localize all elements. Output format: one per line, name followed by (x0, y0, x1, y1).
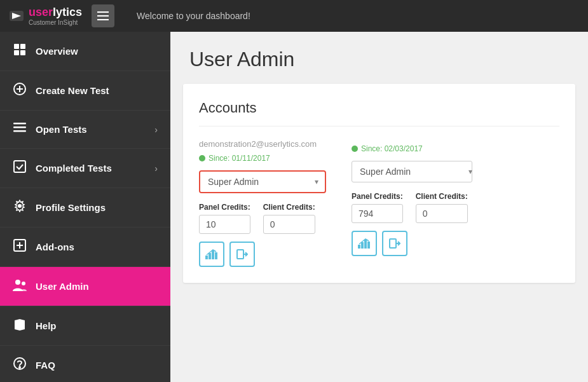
svg-rect-1 (14, 44, 19, 49)
help-icon (13, 318, 27, 334)
sidebar-item-create-new-test[interactable]: Create New Test (0, 71, 170, 111)
page-title-area: User Admin (170, 32, 588, 84)
sidebar-item-add-ons-label: Add-ons (36, 242, 158, 252)
panel-credits-group-2: Panel Credits: 794 (352, 192, 403, 223)
overview-icon (13, 43, 27, 59)
sidebar-item-help-label: Help (36, 320, 158, 331)
role-select-1[interactable]: Super Admin Admin Viewer (200, 172, 321, 192)
sidebar-item-user-admin[interactable]: User Admin (0, 267, 170, 306)
svg-rect-28 (361, 242, 364, 249)
completed-tests-icon (13, 160, 27, 176)
profile-settings-icon (13, 200, 27, 215)
svg-rect-22 (209, 253, 211, 259)
role-select-wrapper-1: Super Admin Admin Viewer ▾ (199, 170, 326, 193)
svg-marker-18 (15, 319, 25, 331)
logo-video-icon (10, 11, 24, 21)
sidebar-item-profile-settings[interactable]: Profile Settings (0, 188, 170, 228)
login-button-2[interactable] (382, 231, 407, 256)
panel-credits-value-1: 10 (199, 215, 250, 234)
client-credits-value-1: 0 (263, 215, 315, 234)
logo-text: userlytics (29, 6, 82, 18)
account-since-2: Since: 02/03/2017 (352, 144, 479, 153)
chart-button-1[interactable] (199, 242, 224, 267)
action-buttons-1 (199, 242, 326, 267)
panel-credits-label-1: Panel Credits: (199, 203, 250, 212)
sidebar-item-open-tests-label: Open Tests (36, 124, 146, 135)
user-admin-icon (13, 278, 27, 294)
login-button-1[interactable] (229, 242, 255, 267)
card-title: Accounts (199, 100, 559, 126)
faq-icon (13, 357, 27, 373)
svg-rect-24 (215, 252, 217, 259)
panel-credits-group-1: Panel Credits: 10 (199, 203, 250, 234)
panel-credits-value-2: 794 (352, 204, 403, 223)
svg-rect-9 (13, 126, 26, 128)
svg-rect-23 (212, 250, 214, 259)
credits-row-2: Panel Credits: 794 Client Credits: 0 (352, 192, 479, 223)
logo-subtitle: Customer InSight (29, 19, 82, 26)
svg-rect-25 (237, 250, 243, 259)
client-credits-label-1: Client Credits: (263, 203, 315, 212)
main-layout: Overview Create New Test Ope (0, 32, 588, 382)
welcome-text: Welcome to your dashboard! (137, 11, 250, 21)
sidebar-item-create-new-test-label: Create New Test (36, 85, 158, 96)
content-area: User Admin Accounts demonstration2@userl… (170, 32, 588, 382)
action-buttons-2 (352, 231, 479, 256)
client-credits-label-2: Client Credits: (416, 192, 468, 201)
add-ons-icon (13, 239, 27, 255)
accounts-grid: demonstration2@userlytics.com Since: 01/… (199, 139, 559, 267)
sidebar-item-faq-label: FAQ (36, 360, 158, 371)
completed-tests-chevron-icon: › (154, 163, 158, 174)
sidebar-item-overview-label: Overview (36, 46, 158, 57)
sidebar-item-profile-settings-label: Profile Settings (36, 202, 158, 213)
accounts-card: Accounts demonstration2@userlytics.com S… (183, 84, 575, 283)
chart-button-2[interactable] (352, 231, 377, 256)
client-credits-group-2: Client Credits: 0 (416, 192, 468, 223)
page-title: User Admin (189, 48, 569, 71)
account-email-1: demonstration2@userlytics.com (199, 139, 326, 149)
hamburger-button[interactable] (92, 4, 114, 27)
sidebar-item-open-tests[interactable]: Open Tests › (0, 111, 170, 149)
sidebar-item-user-admin-label: User Admin (36, 281, 158, 292)
sidebar: Overview Create New Test Ope (0, 32, 170, 382)
svg-rect-29 (364, 240, 367, 249)
svg-rect-21 (205, 256, 208, 259)
client-credits-group-1: Client Credits: 0 (263, 203, 315, 234)
svg-point-12 (18, 204, 22, 208)
svg-rect-3 (14, 50, 19, 55)
svg-point-20 (19, 367, 20, 368)
role-select-wrapper-2: Super Admin Admin Viewer ▾ (352, 161, 479, 182)
sidebar-item-add-ons[interactable]: Add-ons (0, 228, 170, 267)
account-since-1: Since: 01/11/2017 (199, 154, 326, 163)
svg-point-16 (15, 280, 20, 285)
account-item-1: demonstration2@userlytics.com Since: 01/… (199, 139, 326, 267)
topbar: userlytics Customer InSight Welcome to y… (0, 0, 588, 32)
svg-rect-30 (367, 242, 370, 249)
create-test-icon (13, 83, 27, 99)
svg-rect-8 (13, 123, 26, 125)
svg-rect-4 (20, 50, 25, 55)
svg-rect-11 (14, 161, 25, 172)
svg-marker-0 (12, 13, 21, 19)
logo: userlytics Customer InSight (10, 6, 82, 26)
sidebar-item-faq[interactable]: FAQ (0, 346, 170, 382)
sidebar-item-help[interactable]: Help (0, 306, 170, 346)
open-tests-chevron-icon: › (154, 125, 158, 135)
sidebar-item-completed-tests[interactable]: Completed Tests › (0, 149, 170, 188)
svg-point-17 (22, 282, 25, 285)
svg-rect-2 (20, 44, 25, 49)
svg-rect-31 (390, 239, 396, 248)
panel-credits-label-2: Panel Credits: (352, 192, 403, 201)
sidebar-item-overview[interactable]: Overview (0, 32, 170, 71)
sidebar-item-completed-tests-label: Completed Tests (36, 163, 146, 174)
client-credits-value-2: 0 (416, 204, 468, 223)
svg-rect-10 (13, 130, 26, 132)
since-dot-1 (199, 155, 205, 161)
since-dot-2 (352, 146, 358, 152)
account-item-2: Since: 02/03/2017 Super Admin Admin View… (352, 139, 479, 267)
svg-rect-27 (358, 245, 360, 249)
role-select-2[interactable]: Super Admin Admin Viewer (352, 161, 472, 182)
credits-row-1: Panel Credits: 10 Client Credits: 0 (199, 203, 326, 234)
open-tests-icon (13, 122, 27, 137)
